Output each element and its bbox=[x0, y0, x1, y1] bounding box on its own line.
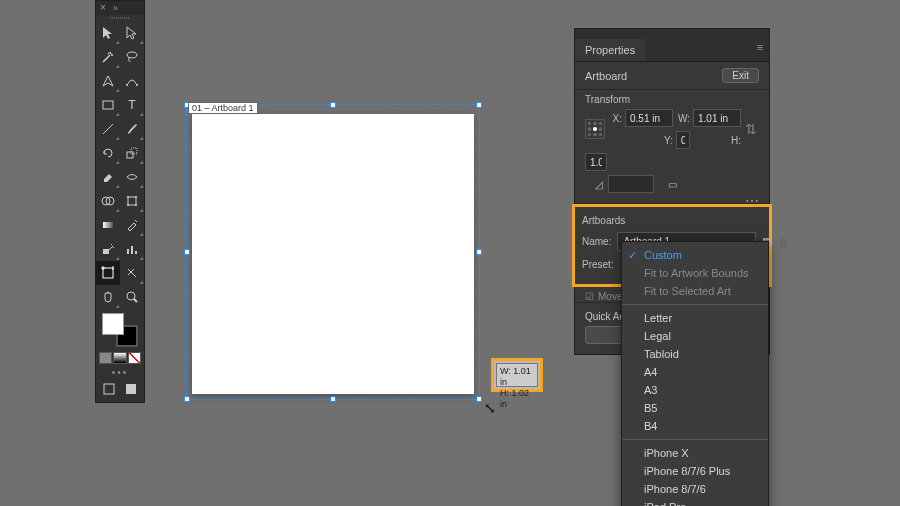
angle-input[interactable] bbox=[608, 175, 654, 193]
toolbox-titlebar[interactable]: × » bbox=[96, 1, 144, 15]
preset-option[interactable]: Letter bbox=[622, 309, 768, 327]
canvas-area[interactable]: 01 – Artboard 1 ⤡ bbox=[186, 104, 480, 400]
width-tool[interactable] bbox=[120, 165, 144, 189]
svg-point-24 bbox=[127, 292, 135, 300]
handle-bottom-center[interactable] bbox=[330, 396, 336, 402]
preset-option[interactable]: iPhone 8/7/6 bbox=[622, 480, 768, 498]
artboards-heading: Artboards bbox=[582, 211, 762, 228]
tooltip-width: W: 1.01 in bbox=[500, 366, 534, 388]
screen-mode-icon[interactable] bbox=[125, 383, 137, 395]
h-input[interactable] bbox=[585, 153, 607, 171]
eyedropper-tool[interactable] bbox=[120, 213, 144, 237]
svg-rect-19 bbox=[135, 251, 137, 254]
selection-tool[interactable] bbox=[96, 21, 120, 45]
svg-rect-18 bbox=[131, 246, 133, 254]
svg-rect-26 bbox=[104, 384, 114, 394]
magic-wand-tool[interactable] bbox=[96, 45, 120, 69]
handle-mid-left[interactable] bbox=[184, 249, 190, 255]
svg-rect-10 bbox=[128, 197, 136, 205]
svg-point-1 bbox=[126, 84, 128, 86]
artboard-label[interactable]: 01 – Artboard 1 bbox=[188, 102, 258, 114]
preset-option-fit-selected[interactable]: Fit to Selected Art bbox=[622, 282, 768, 300]
svg-point-14 bbox=[135, 204, 137, 206]
handle-top-center[interactable] bbox=[330, 102, 336, 108]
zoom-tool[interactable] bbox=[120, 285, 144, 309]
size-tooltip: W: 1.01 in H: 1.02 in bbox=[496, 363, 538, 387]
size-tooltip-highlight: W: 1.01 in H: 1.02 in bbox=[491, 358, 543, 392]
preset-option[interactable]: A3 bbox=[622, 381, 768, 399]
symbol-sprayer-tool[interactable] bbox=[96, 237, 120, 261]
svg-rect-7 bbox=[131, 148, 137, 154]
preset-option[interactable]: B5 bbox=[622, 399, 768, 417]
pen-tool[interactable] bbox=[96, 69, 120, 93]
panel-menu-icon[interactable]: ≡ bbox=[753, 41, 767, 53]
preset-option[interactable]: iPhone X bbox=[622, 444, 768, 462]
svg-point-2 bbox=[136, 84, 138, 86]
delete-artboard-icon[interactable]: 🗑 bbox=[778, 235, 789, 249]
svg-rect-15 bbox=[103, 222, 113, 228]
handle-bottom-left[interactable] bbox=[184, 396, 190, 402]
preset-option[interactable]: A4 bbox=[622, 363, 768, 381]
draw-normal-icon[interactable] bbox=[103, 383, 115, 395]
close-icon[interactable]: × bbox=[100, 4, 108, 12]
link-wh-icon[interactable]: ⇅ bbox=[744, 121, 758, 137]
flip-icon: ▭ bbox=[659, 179, 677, 190]
svg-text:T: T bbox=[128, 98, 136, 112]
toolbox: × » T bbox=[95, 0, 145, 403]
eraser-tool[interactable] bbox=[96, 165, 120, 189]
gradient-tool[interactable] bbox=[96, 213, 120, 237]
preset-option-custom[interactable]: Custom bbox=[622, 246, 768, 264]
hand-tool[interactable] bbox=[96, 285, 120, 309]
preset-option-fit-artwork[interactable]: Fit to Artwork Bounds bbox=[622, 264, 768, 282]
color-mode-none[interactable] bbox=[128, 352, 141, 364]
lasso-tool[interactable] bbox=[120, 45, 144, 69]
panel-tabbar: Properties bbox=[575, 39, 769, 62]
handle-mid-right[interactable] bbox=[476, 249, 482, 255]
svg-rect-16 bbox=[103, 249, 109, 254]
panel-grip[interactable] bbox=[575, 29, 769, 39]
x-input[interactable] bbox=[625, 109, 673, 127]
svg-rect-17 bbox=[127, 249, 129, 254]
line-tool[interactable] bbox=[96, 117, 120, 141]
color-mode-gradient[interactable] bbox=[113, 352, 126, 364]
handle-top-right[interactable] bbox=[476, 102, 482, 108]
rectangle-tool[interactable] bbox=[96, 93, 120, 117]
reference-point-picker[interactable] bbox=[585, 119, 605, 139]
preset-option[interactable]: iPad Pro bbox=[622, 498, 768, 506]
svg-point-13 bbox=[127, 204, 129, 206]
preset-label: Preset: bbox=[582, 259, 618, 270]
rotate-tool[interactable] bbox=[96, 141, 120, 165]
resize-cursor-icon: ⤡ bbox=[484, 400, 496, 416]
svg-rect-6 bbox=[127, 152, 133, 158]
w-input[interactable] bbox=[693, 109, 741, 127]
slice-tool[interactable] bbox=[120, 261, 144, 285]
tab-properties[interactable]: Properties bbox=[575, 39, 645, 61]
w-label: W: bbox=[676, 113, 690, 124]
artboard-tool[interactable] bbox=[96, 261, 120, 285]
color-mode-solid[interactable] bbox=[99, 352, 112, 364]
direct-selection-tool[interactable] bbox=[120, 21, 144, 45]
scale-tool[interactable] bbox=[120, 141, 144, 165]
collapse-icon[interactable]: » bbox=[113, 3, 118, 13]
fill-swatch[interactable] bbox=[102, 313, 124, 335]
preset-option[interactable]: iPhone 8/7/6 Plus bbox=[622, 462, 768, 480]
artboard[interactable] bbox=[192, 114, 474, 394]
tooltip-height: H: 1.02 in bbox=[500, 388, 534, 410]
exit-button[interactable]: Exit bbox=[722, 68, 759, 83]
preset-option[interactable]: B4 bbox=[622, 417, 768, 435]
preset-option[interactable]: Legal bbox=[622, 327, 768, 345]
free-transform-tool[interactable] bbox=[120, 189, 144, 213]
transform-heading: Transform bbox=[575, 90, 769, 107]
h-label: H: bbox=[693, 135, 741, 146]
shape-builder-tool[interactable] bbox=[96, 189, 120, 213]
paintbrush-tool[interactable] bbox=[120, 117, 144, 141]
preset-dropdown: Custom Fit to Artwork Bounds Fit to Sele… bbox=[621, 241, 769, 506]
svg-rect-3 bbox=[103, 101, 113, 109]
y-input[interactable] bbox=[676, 131, 690, 149]
type-tool[interactable]: T bbox=[120, 93, 144, 117]
curvature-tool[interactable] bbox=[120, 69, 144, 93]
handle-bottom-right[interactable] bbox=[476, 396, 482, 402]
column-graph-tool[interactable] bbox=[120, 237, 144, 261]
edit-toolbar[interactable]: ••• bbox=[98, 365, 142, 380]
preset-option[interactable]: Tabloid bbox=[622, 345, 768, 363]
